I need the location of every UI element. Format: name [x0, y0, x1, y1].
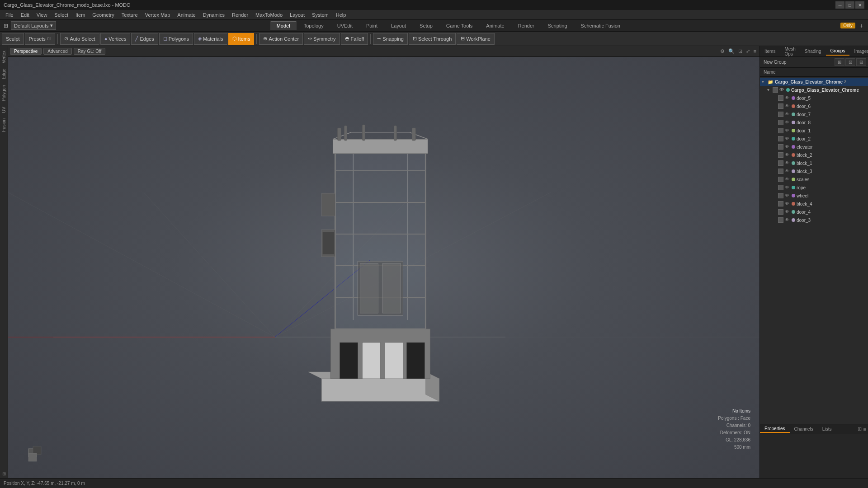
tree-visibility-check[interactable]: [778, 152, 783, 158]
tree-visibility-check[interactable]: [778, 112, 783, 117]
tree-visibility-check[interactable]: [778, 120, 783, 125]
tree-eye-icon[interactable]: 👁: [779, 87, 785, 93]
tree-item[interactable]: 👁block_2: [760, 151, 868, 159]
sidebar-tab-fusion[interactable]: Fusion: [0, 116, 7, 135]
tree-eye-icon[interactable]: 👁: [785, 152, 790, 158]
tree-item[interactable]: 👁door_5: [760, 94, 868, 102]
layout-tab-topology[interactable]: Topology: [297, 22, 330, 30]
tree-item[interactable]: 👁wheel: [760, 192, 868, 200]
right-tab-mesh-ops[interactable]: Mesh Ops: [780, 45, 800, 58]
scene-tree[interactable]: ▾ 📁 Cargo_Glass_Elevator_Chrome 2 ▾👁Carg…: [760, 77, 868, 424]
layout-tab-game-tools[interactable]: Game Tools: [440, 22, 479, 30]
menu-item-edit[interactable]: Edit: [17, 11, 33, 19]
action-center-button[interactable]: ⊕ Action Center: [259, 33, 303, 45]
tree-eye-icon[interactable]: 👁: [785, 160, 790, 166]
tree-eye-icon[interactable]: 👁: [785, 201, 790, 206]
tree-eye-icon[interactable]: 👁: [785, 120, 790, 125]
polygons-button[interactable]: ◻ Polygons: [159, 33, 193, 45]
sidebar-tab-polygon[interactable]: Polygon: [0, 82, 7, 104]
tree-item[interactable]: 👁block_1: [760, 159, 868, 167]
layout-tab-render[interactable]: Render: [512, 22, 541, 30]
scene-tool-3[interactable]: ⊟: [856, 58, 866, 66]
tree-visibility-check[interactable]: [778, 95, 783, 101]
tree-item[interactable]: 👁door_8: [760, 118, 868, 127]
menu-item-texture[interactable]: Texture: [118, 11, 142, 19]
tree-visibility-check[interactable]: [778, 177, 783, 182]
layout-tab-setup[interactable]: Setup: [413, 22, 439, 30]
menu-item-animate[interactable]: Animate: [174, 11, 199, 19]
layout-icon[interactable]: ⊞: [2, 22, 10, 30]
tree-item[interactable]: 👁door_4: [760, 208, 868, 216]
presets-button[interactable]: Presets Fil: [25, 33, 56, 45]
tree-eye-icon[interactable]: 👁: [785, 95, 790, 101]
tree-eye-icon[interactable]: 👁: [785, 209, 790, 215]
minimize-button[interactable]: ─: [835, 1, 844, 9]
tree-eye-icon[interactable]: 👁: [785, 193, 790, 198]
tree-expand-icon[interactable]: ▾: [767, 88, 773, 92]
menu-item-geometry[interactable]: Geometry: [89, 11, 118, 19]
tree-visibility-check[interactable]: [778, 128, 783, 133]
close-button[interactable]: ✕: [855, 1, 864, 9]
auto-select-button[interactable]: ⊙ Auto Select: [60, 33, 99, 45]
menu-item-system[interactable]: System: [308, 11, 332, 19]
layout-tab-uvedit[interactable]: UVEdit: [331, 22, 359, 30]
tree-eye-icon[interactable]: 👁: [785, 128, 790, 133]
tree-visibility-check[interactable]: [778, 169, 783, 174]
menu-item-render[interactable]: Render: [228, 11, 252, 19]
vp-icon-render[interactable]: ⚙: [719, 48, 726, 54]
menu-item-file[interactable]: File: [2, 11, 17, 19]
sculpt-button[interactable]: Sculpt: [2, 33, 24, 45]
scene-tool-1[interactable]: ⊞: [835, 58, 844, 66]
layout-tab-model[interactable]: Model: [270, 21, 297, 30]
tree-visibility-check[interactable]: [778, 217, 783, 223]
tree-item[interactable]: 👁door_3: [760, 216, 868, 224]
layout-tab-paint[interactable]: Paint: [360, 22, 384, 30]
prop-add-icon[interactable]: ⊞: [858, 426, 862, 432]
tree-expand-icon[interactable]: ▾: [762, 80, 767, 84]
tree-item[interactable]: 👁block_3: [760, 167, 868, 175]
right-tab-items[interactable]: Items: [760, 47, 780, 55]
prop-tab-channels[interactable]: Channels: [790, 426, 818, 432]
perspective-button[interactable]: Perspective: [10, 48, 42, 55]
prop-tab-lists[interactable]: Lists: [818, 426, 836, 432]
tree-visibility-check[interactable]: [778, 185, 783, 190]
default-layouts-dropdown[interactable]: Default Layouts ▾: [11, 21, 56, 30]
menu-item-help[interactable]: Help: [332, 11, 350, 19]
tree-item[interactable]: 👁scales: [760, 175, 868, 183]
tree-item[interactable]: 👁rope: [760, 183, 868, 192]
tree-item[interactable]: 👁door_2: [760, 135, 868, 143]
layout-tab-layout[interactable]: Layout: [385, 22, 412, 30]
tree-root-item[interactable]: ▾ 📁 Cargo_Glass_Elevator_Chrome 2: [760, 78, 868, 86]
items-button[interactable]: ⬡ Items: [228, 33, 255, 45]
workplane-button[interactable]: ⊟ WorkPlane: [457, 33, 495, 45]
tree-item[interactable]: ▾👁Cargo_Glass_Elevator_Chrome: [760, 86, 868, 94]
tree-visibility-check[interactable]: [778, 160, 783, 166]
tree-item[interactable]: 👁elevator: [760, 143, 868, 151]
sidebar-tab-uv[interactable]: UV: [0, 104, 7, 116]
tree-eye-icon[interactable]: 👁: [785, 144, 790, 150]
menu-item-layout[interactable]: Layout: [286, 11, 308, 19]
tree-eye-icon[interactable]: 👁: [785, 112, 790, 117]
falloff-button[interactable]: ◓ Falloff: [341, 33, 368, 45]
tree-eye-icon[interactable]: 👁: [785, 136, 790, 141]
tree-eye-icon[interactable]: 👁: [785, 169, 790, 174]
right-tab-shading[interactable]: Shading: [800, 47, 826, 55]
symmetry-button[interactable]: ⇔ Symmetry: [304, 33, 340, 45]
menu-item-dynamics[interactable]: Dynamics: [199, 11, 228, 19]
sidebar-tab-edge[interactable]: Edge: [0, 66, 7, 82]
materials-button[interactable]: ◈ Materials: [194, 33, 227, 45]
tree-visibility-check[interactable]: [778, 209, 783, 215]
select-through-button[interactable]: ⊡ Select Through: [409, 33, 456, 45]
layout-tab-schematic-fusion[interactable]: Schematic Fusion: [575, 22, 627, 30]
tree-eye-icon[interactable]: 👁: [785, 185, 790, 190]
right-tab-images[interactable]: Images: [849, 47, 868, 55]
vp-icon-more[interactable]: ≡: [752, 48, 758, 54]
menu-item-view[interactable]: View: [33, 11, 51, 19]
vp-icon-expand[interactable]: ⤢: [745, 48, 751, 54]
tree-eye-icon[interactable]: 👁: [785, 217, 790, 223]
tree-visibility-check[interactable]: [778, 193, 783, 198]
sidebar-bottom-icon[interactable]: ⊞: [1, 469, 7, 478]
edges-button[interactable]: ╱ Edges: [131, 33, 158, 45]
prop-tab-properties[interactable]: Properties: [760, 425, 790, 433]
vertices-button[interactable]: ● Vertices: [100, 33, 131, 45]
